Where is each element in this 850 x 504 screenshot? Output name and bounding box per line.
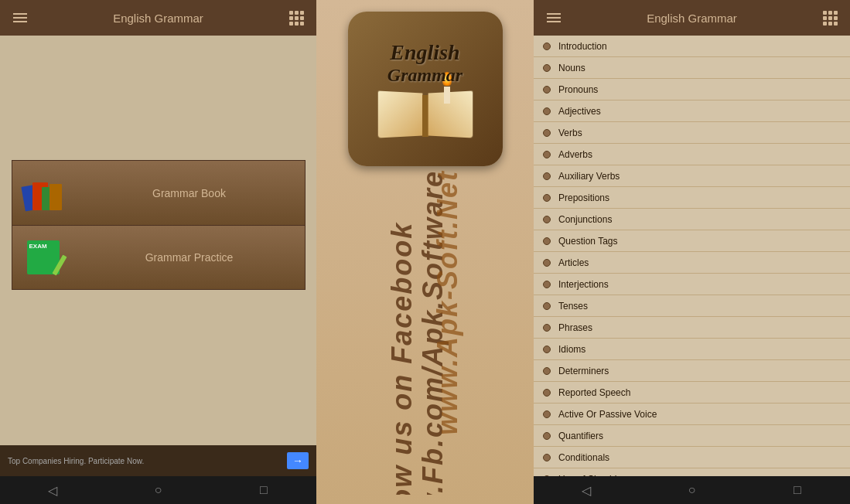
list-bullet-icon (543, 346, 551, 353)
list-bullet-icon (543, 86, 551, 94)
list-bullet-icon (543, 151, 551, 158)
list-item-label: Prepositions (558, 192, 609, 203)
right-home-button[interactable]: ○ (676, 479, 707, 501)
r-ham-line1 (547, 13, 561, 15)
list-bullet-icon (543, 454, 551, 461)
right-header: English Grammar (534, 0, 850, 36)
list-bullet-icon (543, 64, 551, 72)
list-item[interactable]: Tenses (534, 295, 850, 317)
list-item[interactable]: Active Or Passive Voice (534, 404, 850, 425)
list-item-label: Question Tags (558, 236, 618, 247)
list-item[interactable]: Interjections (534, 274, 850, 295)
left-panel: English Grammar Grammar Book (0, 0, 316, 504)
list-item[interactable]: Conditionals (534, 447, 850, 468)
list-item[interactable]: Quantifiers (534, 425, 850, 447)
list-item[interactable]: Verbs (534, 122, 850, 144)
list-item[interactable]: Phrases (534, 317, 850, 339)
grammar-practice-card[interactable]: EXAM Grammar Practice (12, 225, 306, 290)
list-item[interactable]: Question Tags (534, 230, 850, 252)
middle-panel: English Grammar Follow us on Facebookwww… (316, 0, 534, 504)
left-back-button[interactable]: ◁ (37, 479, 68, 501)
list-item-label: Phrases (558, 322, 592, 333)
list-bullet-icon (543, 237, 551, 245)
ham-line2 (13, 17, 27, 19)
app-icon-background: English Grammar (348, 12, 503, 166)
list-item-label: Pronouns (558, 84, 598, 95)
left-home-button[interactable]: ○ (142, 479, 173, 501)
left-grid-icon[interactable] (285, 7, 307, 29)
candle-body (444, 87, 450, 104)
right-nav-bar: ◁ ○ □ (534, 476, 850, 504)
left-menu-icon[interactable] (9, 7, 31, 29)
right-grid-icon[interactable] (819, 7, 841, 29)
left-ad-bar: Top Companies Hiring. Participate Now. → (0, 445, 316, 476)
book-left-page (377, 90, 422, 138)
grammar-practice-label: Grammar Practice (74, 251, 305, 264)
list-bullet-icon (543, 43, 551, 50)
list-item[interactable]: Determiners (534, 360, 850, 382)
r-ham-line3 (547, 21, 561, 22)
list-item-label: Adverbs (558, 149, 592, 160)
app-icon-line1: English (387, 40, 463, 65)
list-bullet-icon (543, 259, 551, 267)
grammar-book-card[interactable]: Grammar Book (12, 160, 306, 225)
list-item-label: Nouns (558, 63, 585, 73)
watermark-overlay: Follow us on Facebookwww.Fb.com/Apk.Soft… (316, 170, 534, 495)
ad-arrow-icon: → (292, 455, 303, 467)
list-item-label: Articles (558, 257, 589, 268)
list-item-label: Verbs (558, 128, 582, 138)
list-bullet-icon (543, 389, 551, 397)
list-bullet-icon (543, 367, 551, 375)
list-bullet-icon (543, 194, 551, 202)
right-title: English Grammar (647, 12, 737, 25)
left-content: Grammar Book EXAM Grammar Practice (0, 36, 316, 445)
left-recent-button[interactable]: □ (248, 479, 279, 501)
list-item[interactable]: Adjectives (534, 100, 850, 122)
list-item-label: Quantifiers (558, 431, 603, 441)
grammar-book-label: Grammar Book (74, 187, 305, 199)
list-item[interactable]: Pronouns (534, 79, 850, 100)
list-item[interactable]: Articles (534, 252, 850, 274)
left-header: English Grammar (0, 0, 316, 36)
app-icon-line2: Grammar (387, 65, 463, 86)
list-bullet-icon (543, 172, 551, 180)
list-item-label: Conditionals (558, 452, 609, 463)
list-item[interactable]: Reported Speech (534, 382, 850, 404)
right-back-button[interactable]: ◁ (571, 479, 602, 501)
ad-text: Top Companies Hiring. Participate Now. (8, 457, 281, 465)
list-item[interactable]: Use of Should (534, 468, 850, 476)
list-item[interactable]: Prepositions (534, 187, 850, 209)
app-icon-text: English Grammar (387, 40, 463, 86)
exam-icon: EXAM (12, 226, 74, 288)
r-ham-line2 (547, 17, 561, 19)
list-item[interactable]: Adverbs (534, 144, 850, 165)
right-menu-icon[interactable] (543, 7, 565, 29)
grid-dots (289, 11, 304, 26)
list-item-label: Active Or Passive Voice (558, 409, 657, 420)
list-item-label: Idioms (558, 344, 585, 355)
watermark-text-1: Follow us on Facebookwww.Fb.com/Apk.Soft… (387, 170, 448, 495)
right-panel: English Grammar IntroductionNounsPronoun… (534, 0, 850, 504)
list-item[interactable]: Introduction (534, 36, 850, 57)
books-icon (12, 162, 74, 224)
book-spine (422, 95, 428, 137)
list-item-label: Adjectives (558, 106, 601, 117)
list-item[interactable]: Nouns (534, 57, 850, 79)
app-icon: English Grammar (348, 12, 503, 166)
ham-line1 (13, 13, 27, 15)
list-bullet-icon (543, 216, 551, 223)
list-bullet-icon (543, 107, 551, 115)
list-item-label: Auxiliary Verbs (558, 171, 620, 182)
left-title: English Grammar (113, 12, 203, 25)
list-item[interactable]: Idioms (534, 339, 850, 360)
grammar-topics-list: IntroductionNounsPronounsAdjectivesVerbs… (534, 36, 850, 476)
list-item[interactable]: Auxiliary Verbs (534, 165, 850, 187)
list-item-label: Conjunctions (558, 214, 612, 225)
right-recent-button[interactable]: □ (782, 479, 813, 501)
list-item[interactable]: Conjunctions (534, 209, 850, 230)
list-item-label: Interjections (558, 279, 609, 290)
list-bullet-icon (543, 129, 551, 137)
ad-arrow-button[interactable]: → (287, 452, 309, 469)
list-item-label: Reported Speech (558, 387, 630, 398)
ham-line3 (13, 21, 27, 22)
